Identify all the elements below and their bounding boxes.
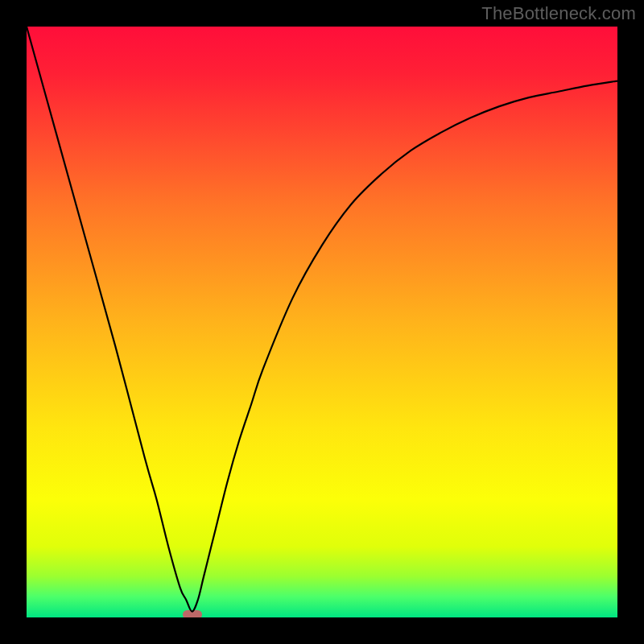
plot-area: [27, 27, 617, 617]
watermark-text: TheBottleneck.com: [481, 3, 636, 24]
chart-frame: TheBottleneck.com: [0, 0, 644, 644]
bottleneck-curve: [27, 27, 617, 617]
bottleneck-curve-path: [27, 27, 617, 612]
